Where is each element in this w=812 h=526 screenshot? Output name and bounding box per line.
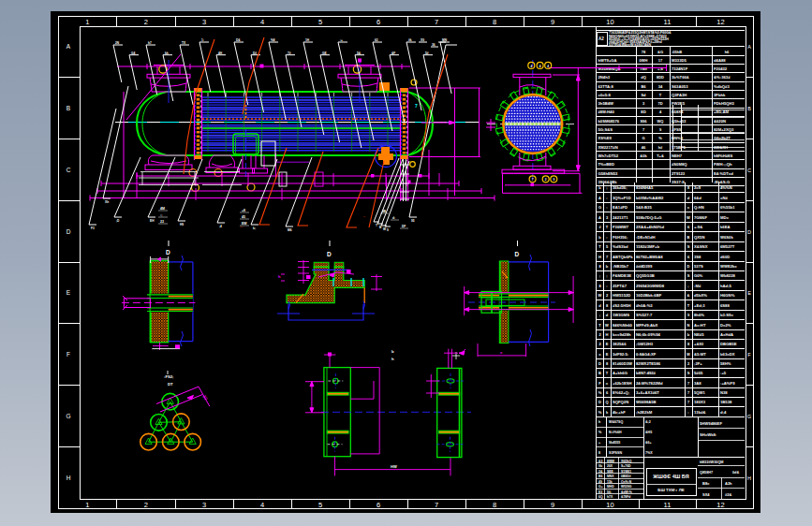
- svg-text:+Ed;3: +Ed;3: [694, 303, 705, 308]
- svg-text:4%%N: 4%%N: [720, 185, 732, 190]
- svg-text:X&SNX: X&SNX: [694, 244, 708, 249]
- svg-text:3+6+AX3#6T: 3+6+AX3#6T: [636, 390, 659, 395]
- svg-text:;Eh&S;G: ;Eh&S;G: [714, 180, 730, 184]
- svg-text:M333D5: M333D5: [672, 58, 687, 63]
- svg-text:36kd36;: 36kd36;: [613, 185, 627, 190]
- svg-text:FDkH5QH3: FDkH5QH3: [714, 101, 735, 106]
- svg-text:X9: X9: [421, 38, 424, 42]
- svg-text:b: b: [391, 349, 394, 354]
- svg-text:12: 12: [716, 18, 724, 26]
- svg-text::+A%F9: :+A%F9: [720, 381, 735, 386]
- svg-text:d60D: d60D: [720, 255, 730, 259]
- svg-text:NE#5: NE#5: [694, 332, 704, 337]
- svg-text:15k: 15k: [607, 480, 613, 484]
- svg-text:S: S: [687, 371, 690, 375]
- svg-text:9: 9: [387, 228, 389, 232]
- svg-text:H9: H9: [180, 223, 184, 226]
- svg-text:SX4: SX4: [702, 492, 710, 497]
- svg-text:A: A: [66, 43, 71, 50]
- svg-text:Q3FA3H: Q3FA3H: [672, 93, 687, 97]
- svg-text:5&8:B35: 5&8:B35: [636, 205, 652, 210]
- svg-text:MN: MN: [442, 38, 448, 42]
- svg-text:S: S: [687, 273, 690, 278]
- svg-text:A: A: [598, 196, 601, 200]
- svg-text:5G;S&S: 5G;S&S: [598, 127, 613, 132]
- svg-text:B8=: B8=: [702, 481, 710, 486]
- svg-text:h6: h6: [725, 50, 730, 54]
- svg-text:T%=BED: T%=BED: [598, 162, 615, 167]
- svg-text:3Q%=F1D: 3Q%=F1D: [613, 196, 631, 200]
- svg-text:&H5: &H5: [645, 431, 652, 434]
- svg-text:b0XM=%AAW2: b0XM=%AAW2: [636, 196, 664, 200]
- svg-text::: :: [606, 205, 607, 210]
- svg-text:HW: HW: [391, 464, 397, 469]
- svg-text:S1W61: S1W61: [621, 470, 631, 474]
- svg-text:G6=2b2T: G6=2b2T: [714, 136, 731, 140]
- svg-text:T: T: [376, 224, 377, 227]
- svg-text:2: 2: [144, 501, 148, 509]
- svg-text:T+&: T+&: [657, 153, 664, 158]
- svg-text:d4A88: d4A88: [714, 58, 726, 63]
- svg-text:N:#%6H: N:#%6H: [609, 431, 622, 434]
- svg-text:4: 4: [260, 501, 264, 509]
- svg-text:6Q: 6Q: [598, 495, 603, 499]
- svg-text:846%Nh60: 846%Nh60: [613, 323, 633, 328]
- svg-text:Wh7=DT52: Wh7=DT52: [598, 153, 619, 158]
- svg-text:+8G;AM: +8G;AM: [714, 110, 729, 114]
- svg-text:46: 46: [642, 145, 646, 150]
- svg-text:36: 36: [432, 43, 436, 47]
- svg-text:;GM12H3: ;GM12H3: [636, 342, 654, 346]
- svg-text:d5bX%: d5bX%: [694, 293, 707, 298]
- svg-text:9: 9: [553, 178, 554, 182]
- svg-text:H: H: [66, 475, 71, 481]
- svg-text:+: +: [598, 441, 600, 445]
- svg-text:FW2E5: FW2E5: [672, 101, 686, 106]
- svg-text:D=2%: D=2%: [720, 323, 731, 328]
- svg-text:F20432: F20432: [714, 66, 728, 71]
- svg-text:FWH:;;Qh: FWH:;;Qh: [714, 162, 732, 167]
- svg-text:4: 4: [260, 18, 264, 26]
- svg-text:6W&XH: 6W&XH: [714, 145, 728, 150]
- svg-text:49: 49: [598, 480, 602, 484]
- svg-text:6%55b1: 6%55b1: [720, 205, 735, 210]
- svg-text:0d&: 0d&: [732, 471, 739, 475]
- svg-text:W: W: [598, 293, 602, 298]
- svg-text:..: ..: [363, 214, 365, 218]
- svg-text:3S37:8:: 3S37:8:: [672, 180, 686, 184]
- svg-text:63TTA;8: 63TTA;8: [598, 84, 614, 89]
- svg-text:MNX: MNX: [607, 475, 614, 478]
- svg-text:&5:MT: &5:MT: [694, 352, 706, 357]
- svg-text:0B9D#: 0B9D#: [621, 475, 631, 478]
- svg-text:EH: EH: [150, 219, 155, 223]
- svg-text:H: H: [598, 255, 601, 259]
- svg-text:4: 4: [539, 65, 541, 68]
- svg-text:6M527T: 6M527T: [720, 244, 735, 249]
- svg-text:86T82+BM0A8: 86T82+BM0A8: [636, 255, 663, 259]
- svg-text:E: E: [606, 352, 609, 357]
- svg-text:hAd;5: hAd;5: [720, 284, 732, 288]
- svg-text:&0k: &0k: [640, 153, 647, 158]
- svg-text:1:: 1:: [201, 38, 204, 42]
- svg-text:H: H: [606, 332, 609, 337]
- svg-text:Q: Q: [605, 400, 608, 404]
- svg-text:MD=: MD=: [720, 215, 730, 220]
- svg-text:+:9&: +:9&: [694, 225, 702, 229]
- svg-text:&G: &G: [657, 50, 663, 54]
- svg-text:3906&2Bk: 3906&2Bk: [598, 180, 618, 184]
- svg-text:G: G: [598, 205, 601, 210]
- svg-text:D: D: [598, 361, 601, 366]
- svg-text:...: ...: [240, 224, 243, 228]
- svg-text:XM221T#N: XM221T#N: [598, 145, 618, 150]
- svg-text:A=HdA: A=HdA: [720, 332, 733, 337]
- svg-text:4M: 4M: [160, 207, 165, 211]
- svg-text:A: A: [598, 215, 601, 220]
- svg-text:2T9123: 2T9123: [672, 171, 686, 176]
- svg-text:=0=5:8: =0=5:8: [598, 93, 612, 97]
- svg-text:MHD: MHD: [607, 485, 614, 489]
- svg-text:SQFQ2N: SQFQ2N: [613, 400, 628, 404]
- svg-text:#k: #k: [408, 38, 412, 42]
- svg-text:H: H: [747, 475, 751, 481]
- svg-text:D: D: [687, 264, 690, 269]
- svg-text:БШ TХМ г ЛЕ: БШ TХМ г ЛЕ: [657, 488, 684, 492]
- svg-text:&6+: &6+: [645, 441, 652, 445]
